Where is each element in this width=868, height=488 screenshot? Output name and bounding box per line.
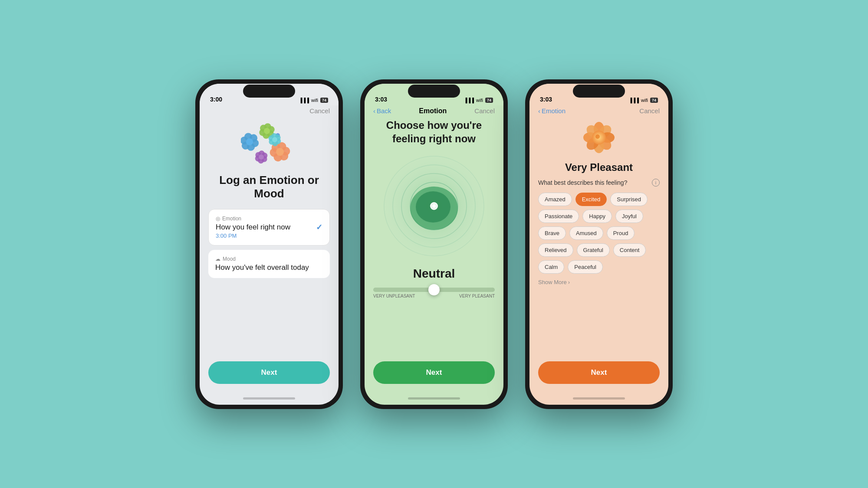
notch-2: [408, 85, 460, 98]
feeling-calm[interactable]: Calm: [538, 260, 564, 274]
signal-icon-2: ▐▐▐: [464, 98, 474, 103]
feeling-surprised[interactable]: Surprised: [610, 193, 648, 206]
status-time-2: 3:03: [375, 96, 387, 103]
neutral-label: Neutral: [413, 267, 455, 281]
next-button-2[interactable]: Next: [373, 361, 495, 384]
home-indicator-1: [200, 393, 339, 405]
pleasant-title: Very Pleasant: [538, 161, 660, 174]
back-button-3[interactable]: ‹ Emotion: [538, 107, 566, 115]
flowers-illustration: [241, 122, 297, 170]
phone-1: 3:00 ▐▐▐ wifi 74 Cancel: [195, 79, 343, 409]
show-more-button[interactable]: Show More ›: [538, 279, 660, 285]
feeling-brave[interactable]: Brave: [538, 226, 566, 240]
slider-track: [373, 288, 495, 292]
status-icons-2: ▐▐▐ wifi 74: [464, 98, 493, 103]
mood-option[interactable]: ☁ Mood How you've felt overall today: [208, 250, 330, 278]
screen1-title: Log an Emotion or Mood: [208, 174, 330, 200]
mood-type-label: ☁ Mood: [215, 256, 323, 262]
phone-2: 3:03 ▐▐▐ wifi 74 ‹ Back Emotion Cancel C…: [360, 79, 508, 409]
feeling-question-row: What best describes this feeling? i: [538, 179, 660, 187]
nav-bar-3: ‹ Emotion Cancel: [529, 105, 668, 118]
chevron-left-icon-3: ‹: [538, 107, 540, 115]
slider-right-label: VERY PLEASANT: [459, 294, 495, 298]
feeling-grateful[interactable]: Grateful: [577, 243, 610, 257]
cancel-button-3[interactable]: Cancel: [639, 107, 660, 115]
feeling-joyful[interactable]: Joyful: [615, 210, 643, 223]
notch-1: [243, 85, 295, 98]
status-icons-3: ▐▐▐ wifi 74: [629, 98, 658, 103]
home-bar-2: [408, 397, 460, 400]
checkmark-icon: ✓: [316, 223, 322, 232]
nav-bar-1: Cancel: [200, 105, 339, 118]
feelings-grid: Amazed Excited Surprised Passionate Happ…: [538, 193, 660, 274]
feeling-content[interactable]: Content: [613, 243, 646, 257]
emotion-option[interactable]: ◎ Emotion How you feel right now 3:00 PM…: [208, 209, 330, 246]
battery-1: 74: [320, 98, 328, 103]
status-time-3: 3:03: [540, 96, 552, 103]
status-icons-1: ▐▐▐ wifi 74: [299, 98, 328, 103]
cancel-button-1[interactable]: Cancel: [309, 107, 330, 115]
feeling-happy[interactable]: Happy: [582, 210, 612, 223]
wifi-icon-3: wifi: [641, 98, 648, 103]
emotion-wheel[interactable]: [382, 154, 486, 258]
emotion-type-label: ◎ Emotion: [216, 216, 322, 222]
screen2-content: Choose how you're feeling right now: [365, 118, 503, 393]
nav-title-2: Emotion: [419, 107, 447, 115]
feeling-passionate[interactable]: Passionate: [538, 210, 579, 223]
screen-1: 3:00 ▐▐▐ wifi 74 Cancel: [200, 84, 339, 405]
slider-thumb[interactable]: [428, 284, 440, 295]
wifi-icon-2: wifi: [476, 98, 483, 103]
emotion-icon: ◎: [216, 216, 220, 222]
screen3-content: Very Pleasant What best describes this f…: [529, 118, 668, 393]
home-indicator-2: [365, 393, 503, 405]
screen2-title: Choose how you're feeling right now: [373, 118, 495, 145]
chevron-left-icon: ‹: [373, 107, 375, 115]
back-button-2[interactable]: ‹ Back: [373, 107, 391, 115]
home-indicator-3: [529, 393, 668, 405]
feeling-amazed[interactable]: Amazed: [538, 193, 572, 206]
next-button-3[interactable]: Next: [538, 361, 660, 384]
cancel-button-2[interactable]: Cancel: [474, 107, 495, 115]
chevron-right-icon: ›: [568, 279, 570, 285]
nav-bar-2: ‹ Back Emotion Cancel: [365, 105, 503, 118]
svg-point-44: [432, 204, 436, 208]
battery-2: 74: [485, 98, 493, 103]
pleasant-flower-icon: [579, 118, 618, 157]
notch-3: [573, 85, 625, 98]
next-button-1[interactable]: Next: [208, 361, 330, 384]
screen-3: 3:03 ▐▐▐ wifi 74 ‹ Emotion Cancel: [529, 84, 668, 405]
signal-icon: ▐▐▐: [299, 98, 309, 103]
screen1-content: Log an Emotion or Mood ◎ Emotion How you…: [200, 118, 339, 393]
feeling-amused[interactable]: Amused: [569, 226, 603, 240]
emotion-description: How you feel right now: [216, 223, 322, 232]
slider-left-label: VERY UNPLEASANT: [373, 294, 415, 298]
feeling-question-text: What best describes this feeling?: [538, 179, 627, 186]
screen-2: 3:03 ▐▐▐ wifi 74 ‹ Back Emotion Cancel C…: [365, 84, 503, 405]
emotion-slider[interactable]: VERY UNPLEASANT VERY PLEASANT: [373, 288, 495, 298]
wifi-icon: wifi: [311, 98, 318, 103]
svg-point-54: [595, 134, 600, 139]
status-time-1: 3:00: [210, 96, 222, 103]
feeling-excited[interactable]: Excited: [575, 193, 607, 206]
phone-3: 3:03 ▐▐▐ wifi 74 ‹ Emotion Cancel: [525, 79, 673, 409]
mood-icon: ☁: [215, 256, 220, 262]
emotion-time: 3:00 PM: [216, 233, 322, 239]
feeling-proud[interactable]: Proud: [607, 226, 635, 240]
feeling-peaceful[interactable]: Peaceful: [568, 260, 603, 274]
mood-description: How you've felt overall today: [215, 263, 323, 272]
home-bar-1: [243, 397, 295, 400]
feeling-relieved[interactable]: Relieved: [538, 243, 573, 257]
info-icon[interactable]: i: [652, 179, 660, 187]
signal-icon-3: ▐▐▐: [629, 98, 639, 103]
home-bar-3: [573, 397, 625, 400]
battery-3: 74: [650, 98, 658, 103]
